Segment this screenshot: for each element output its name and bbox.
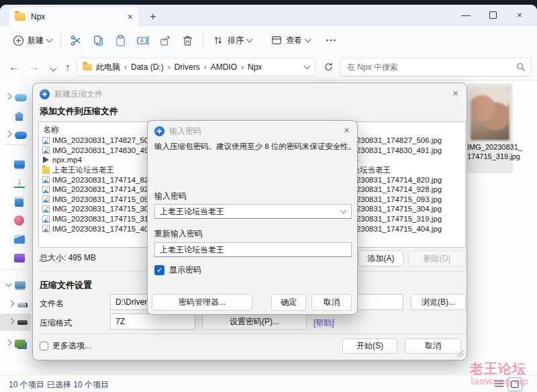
confirm-password-input[interactable]: 上老王论坛当老王 — [154, 242, 352, 257]
maximize-icon[interactable] — [479, 6, 506, 23]
sidebar-item-network[interactable] — [0, 335, 31, 352]
chevron-down-icon — [46, 36, 53, 43]
file-name: 上老王论坛当老王 — [52, 165, 114, 175]
toolbar-separator — [203, 33, 203, 48]
file-tile-selected[interactable]: IMG_20230831_ 174715_319.jpg — [467, 83, 513, 173]
view-button[interactable]: 查看 — [266, 30, 315, 51]
browse-button[interactable]: 浏览(B)... — [411, 294, 466, 310]
image-icon — [42, 137, 50, 144]
share-button[interactable] — [154, 30, 177, 51]
confirm-password-label: 重新输入密码 — [154, 228, 203, 240]
tab-bar: Npx × + — × — [0, 5, 537, 26]
cut-button[interactable] — [65, 30, 87, 51]
help-link[interactable]: [帮助] — [313, 317, 334, 329]
sidebar-item-desktop[interactable] — [0, 155, 31, 173]
rename-button[interactable]: A — [132, 30, 154, 51]
folder-icon — [42, 166, 50, 174]
image-icon — [42, 225, 50, 232]
tab-close-icon[interactable]: × — [128, 12, 133, 21]
sidebar-item-videos[interactable] — [0, 249, 31, 266]
document-icon — [15, 197, 23, 207]
password-cancel-button[interactable]: 取消 — [311, 294, 352, 311]
enter-password-dialog: 输入密码 × 输入压缩包密码。建议使用至少 8 位的密码来保证安全性。 输入密码… — [147, 120, 358, 315]
drive-icon — [17, 320, 28, 325]
bandizip-icon — [154, 126, 164, 136]
minimize-icon[interactable]: — — [452, 6, 479, 23]
sidebar-item-home[interactable] — [0, 107, 31, 125]
address-chevron-down-icon[interactable] — [304, 63, 311, 70]
breadcrumb-item[interactable]: Data (D:) — [131, 62, 164, 72]
more-options-button[interactable] — [320, 30, 342, 51]
address-row: ← → ↑ 此电脑›Data (D:)›Drivers›AMDIO›Npx — [0, 54, 537, 81]
sidebar-item-music[interactable] — [0, 211, 31, 229]
toolbar-separator — [60, 33, 61, 48]
back-icon[interactable]: ← — [5, 59, 23, 75]
add-button[interactable]: 添加(A) — [358, 250, 403, 266]
format-value: 7Z — [115, 317, 125, 326]
sidebar-item-this-pc[interactable] — [0, 276, 31, 293]
sidebar-item-documents[interactable] — [0, 193, 31, 210]
start-button[interactable]: 开始(S) — [342, 338, 397, 354]
status-bar: 10 个项目 已选择 10 个项目 — [0, 375, 537, 392]
more-options-checkbox[interactable] — [40, 342, 48, 350]
search-icon — [516, 62, 526, 72]
new-button[interactable]: 新建 — [8, 30, 56, 51]
delete-button[interactable] — [177, 30, 199, 51]
breadcrumb-item[interactable]: 此电脑 — [96, 62, 120, 73]
file-caption-line2: 174715_319.jpg — [467, 152, 513, 161]
sidebar-item-drive-c[interactable] — [0, 296, 31, 313]
show-password-row[interactable]: ✓ 显示密码 — [154, 264, 201, 276]
sidebar-item-pictures[interactable] — [0, 230, 31, 248]
forward-icon[interactable]: → — [26, 59, 43, 75]
password-input[interactable]: 上老王论坛当老王 — [154, 204, 352, 219]
password-manager-button[interactable]: 密码管理器... — [152, 294, 252, 311]
image-icon — [42, 215, 50, 223]
cancel-button[interactable]: 取消 — [405, 338, 461, 354]
close-icon[interactable]: × — [506, 6, 533, 23]
more-options-checkbox-row[interactable]: 更多选项... — [40, 340, 91, 352]
image-icon — [42, 186, 50, 193]
password-dialog-message: 输入压缩包密码。建议使用至少 8 位的密码来保证安全性。 — [154, 142, 356, 152]
chevron-right-icon — [5, 340, 12, 346]
trash-icon — [181, 34, 194, 47]
password-dialog-close-icon[interactable]: × — [344, 125, 350, 135]
explorer-tab[interactable]: Npx × — [9, 7, 138, 26]
refresh-icon[interactable] — [320, 58, 337, 75]
tab-title: Npx — [31, 12, 128, 21]
paste-icon — [114, 34, 127, 47]
copy-button[interactable] — [87, 30, 109, 51]
format-select[interactable]: 7Z — [110, 313, 195, 330]
show-password-checkbox[interactable]: ✓ — [154, 265, 164, 275]
navigation-pane: ↓ — [0, 80, 32, 375]
bandizip-icon — [40, 89, 50, 99]
sidebar-divider — [4, 144, 27, 145]
file-caption-line1: IMG_20230831_ — [467, 142, 513, 152]
sidebar-item-onedrive[interactable] — [0, 126, 31, 144]
password-value: 上老王论坛当老王 — [160, 206, 224, 217]
ok-button[interactable]: 确定 — [271, 294, 306, 311]
delete-button[interactable]: 删除(D) — [408, 250, 466, 266]
search-input[interactable] — [340, 58, 532, 77]
cloud-icon — [15, 94, 27, 101]
up-icon[interactable]: ↑ — [59, 59, 77, 75]
breadcrumb: 此电脑›Data (D:)›Drivers›AMDIO›Npx — [96, 62, 262, 73]
paste-button[interactable] — [109, 30, 132, 51]
sort-arrows-icon — [212, 34, 224, 46]
new-tab-button[interactable]: + — [145, 9, 161, 25]
svg-text:A: A — [140, 38, 144, 44]
resize-grip[interactable] — [457, 350, 464, 357]
sidebar-item-drive-d[interactable] — [0, 313, 31, 331]
more-options-label: 更多选项... — [52, 340, 91, 352]
archive-dialog-close-icon[interactable]: × — [452, 88, 458, 98]
breadcrumb-item[interactable]: Drivers — [175, 62, 200, 72]
breadcrumb-item[interactable]: Npx — [248, 62, 262, 72]
breadcrumb-item[interactable]: AMDIO — [211, 62, 237, 72]
home-icon — [14, 111, 24, 121]
desktop-icon — [14, 160, 25, 168]
sidebar-item-downloads[interactable]: ↓ — [0, 174, 31, 191]
sort-button[interactable]: 排序 — [207, 30, 256, 51]
set-password-button[interactable]: 设置密码(P)... — [202, 313, 307, 330]
sidebar-item-gallery[interactable] — [0, 89, 31, 106]
address-bar[interactable]: 此电脑›Data (D:)›Drivers›AMDIO›Npx — [77, 58, 315, 77]
filename-label: 文件名 — [40, 298, 64, 309]
